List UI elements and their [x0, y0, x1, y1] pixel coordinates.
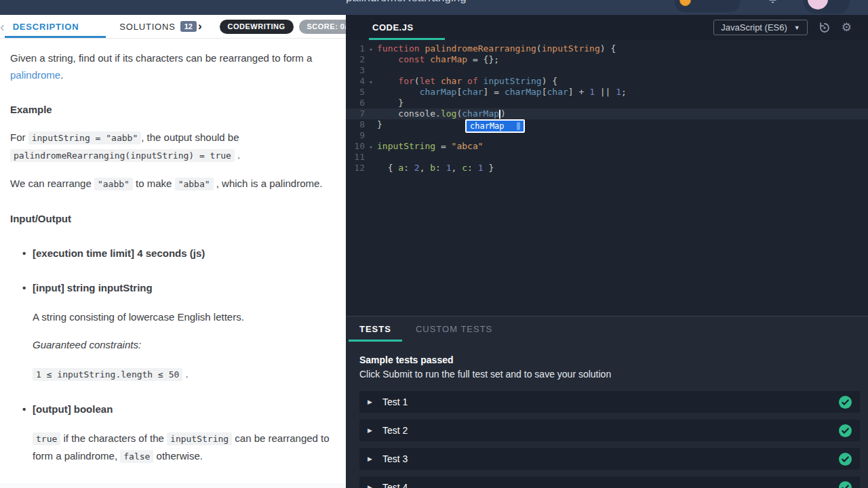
test-row[interactable]: ▶Test 4 [359, 476, 860, 488]
code-token: ] + [568, 87, 589, 97]
reset-code-icon[interactable] [818, 22, 831, 34]
code-token: function [377, 43, 420, 54]
description-panel: ‹ DESCRIPTION SOLUTIONS 12 › CODEWRITING… [0, 15, 346, 488]
code-line[interactable]: 4▾ for(let char of inputString) { [346, 76, 868, 87]
code-line[interactable]: 7 console.log(charMap) [346, 108, 868, 119]
expand-caret-icon: ▶ [368, 427, 372, 434]
test-label: Test 3 [382, 453, 408, 464]
code-token [377, 54, 398, 64]
autocomplete-popup[interactable]: charMap [465, 119, 525, 133]
line-number: 2 [346, 54, 365, 65]
line-number: 8 [346, 119, 365, 130]
code-token: = {}; [467, 54, 499, 64]
code-line[interactable]: 9 [346, 130, 868, 141]
test-row[interactable]: ▶Test 3 [359, 448, 860, 470]
back-chevron-icon[interactable]: ‹ [0, 15, 5, 38]
text-segment: A string consisting of lowercase English… [33, 311, 244, 323]
text-segment: For [10, 131, 28, 143]
code-token: palindromeRearranging [425, 43, 536, 54]
autocomplete-item[interactable]: charMap [470, 121, 505, 131]
bullet-item: [execution time limit] 4 seconds (js) [33, 245, 336, 262]
inline-code: "abba" [175, 178, 214, 190]
code-token [435, 76, 441, 86]
text-segment: to make [133, 178, 175, 189]
line-number: 9 [346, 130, 365, 141]
inline-code: inputString [167, 432, 232, 445]
paragraph: 1 ≤ inputString.length ≤ 50 . [33, 365, 336, 383]
code-token: { [377, 163, 398, 173]
fold-arrow-icon[interactable]: ▾ [365, 77, 377, 87]
code-token: ) { [600, 43, 616, 54]
inline-code: "aabb" [94, 178, 133, 190]
line-number: 11 [346, 152, 365, 163]
text-segment: . [60, 69, 63, 81]
code-token: const [398, 54, 425, 64]
tab-tests[interactable]: TESTS [349, 317, 402, 342]
score-badge: SCORE: 0/300 [299, 20, 346, 34]
code-token: , [420, 163, 431, 173]
tab-custom-tests[interactable]: CUSTOM TESTS [416, 317, 492, 342]
code-token: } [484, 163, 494, 173]
fold-spacer [365, 109, 377, 120]
code-token [377, 76, 398, 86]
notifications-bell-icon[interactable] [768, 0, 778, 6]
code-token: : [467, 163, 478, 173]
code-line[interactable]: 12 { a: 2, b: 1, c: 1 } [346, 163, 868, 174]
text-segment: otherwise. [153, 450, 203, 462]
fold-spacer [365, 131, 377, 142]
bullet-item: [output] boolean [33, 401, 336, 418]
chevron-down-icon: ▼ [794, 24, 800, 31]
code-line[interactable]: 11 [346, 152, 868, 163]
test-passed-icon [839, 481, 852, 488]
code-line[interactable]: 8 } [346, 119, 868, 130]
code-line[interactable]: 6 } [346, 98, 868, 108]
code-line[interactable]: 10▾inputString = "abca" [346, 141, 868, 152]
code-token: inputString [377, 141, 435, 151]
inline-code: inputString = "aabb" [28, 131, 142, 144]
tab-solutions-label: SOLUTIONS [119, 22, 175, 32]
code-line[interactable]: 2 const charMap = {}; [346, 54, 868, 65]
code-line[interactable]: 3 [346, 65, 868, 76]
fold-spacer [365, 120, 377, 131]
code-editor[interactable]: 1▾function palindromeRearranging(inputSt… [346, 40, 868, 316]
palindrome-link[interactable]: palindrome [10, 69, 60, 81]
text-segment: We can rearrange [10, 178, 94, 189]
fold-spacer [365, 66, 377, 77]
language-select[interactable]: JavaScript (ES6) ▼ [713, 20, 807, 35]
code-token: log [441, 108, 456, 119]
code-token: 2 [414, 163, 420, 173]
next-chevron-icon[interactable]: › [198, 15, 202, 38]
line-number: 4 [346, 76, 365, 87]
code-line[interactable]: 1▾function palindromeRearranging(inputSt… [346, 43, 868, 54]
section-heading: Input/Output [10, 210, 336, 227]
text-segment: . [235, 149, 240, 161]
tab-description[interactable]: DESCRIPTION [5, 15, 106, 38]
code-token: inputString [542, 43, 600, 54]
code-token: charMap [505, 87, 542, 97]
constraints-label: Guaranteed constraints: [33, 336, 336, 353]
fold-spacer [365, 163, 377, 174]
line-number: 5 [346, 87, 365, 98]
code-line[interactable]: 5 charMap[char] = charMap[char] + 1 || 1… [346, 87, 868, 98]
code-token: [ [542, 87, 547, 97]
fold-arrow-icon[interactable]: ▾ [365, 142, 377, 152]
expand-caret-icon: ▶ [368, 455, 372, 462]
text-segment: if the characters of the [60, 432, 167, 444]
tab-code-js[interactable]: CODE.JS [369, 15, 445, 40]
test-row[interactable]: ▶Test 2 [359, 420, 860, 441]
section-heading: Example [10, 101, 336, 118]
description-tabbar: ‹ DESCRIPTION SOLUTIONS 12 › CODEWRITING… [0, 15, 346, 39]
fold-spacer [365, 152, 377, 163]
editor-header: CODE.JS JavaScript (ES6) ▼ ⚙ [346, 15, 868, 40]
code-token: 1 [589, 87, 595, 97]
tests-status-subtitle: Click Submit to run the full test set an… [359, 369, 854, 380]
fold-arrow-icon[interactable]: ▾ [365, 44, 377, 55]
test-label: Test 1 [382, 396, 408, 407]
tests-status: Sample tests passed Click Submit to run … [359, 354, 854, 380]
code-token: c [462, 163, 467, 173]
gear-icon[interactable]: ⚙ [842, 22, 852, 33]
workspace-panel: CODE.JS JavaScript (ES6) ▼ ⚙ 1▾function … [346, 15, 868, 488]
code-token: : [403, 163, 414, 173]
tab-solutions[interactable]: SOLUTIONS 12 [119, 15, 197, 38]
test-row[interactable]: ▶Test 1 [359, 391, 860, 413]
